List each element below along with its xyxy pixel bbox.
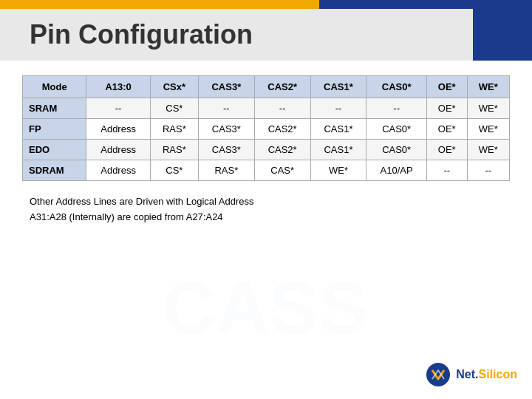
cell-fp-a13: Address [86,119,150,140]
cell-edo-oe: OE* [426,140,467,160]
cell-sram-a13: -- [86,98,150,119]
svg-text:CASS: CASS [163,266,368,349]
cell-sdram-a13: Address [86,160,150,181]
cell-sdram-cas3: RAS* [198,160,254,181]
cell-edo-csx: RAS* [150,140,198,160]
netsilicon-logo-icon [425,361,451,388]
row-mode-edo: EDO [23,140,86,160]
cell-sdram-cas0: A10/AP [366,160,427,181]
watermark: CASS [155,222,377,384]
cell-edo-cas3: CAS3* [198,140,254,160]
top-decorative-bar [0,0,532,9]
row-mode-sdram: SDRAM [23,160,86,181]
table-row: SRAM -- CS* -- -- -- -- OE* WE* [23,98,510,119]
cell-fp-cas1: CAS1* [310,119,366,140]
note-line-2: A31:A28 (Internally) are copied from A27… [30,211,510,222]
cell-fp-we: WE* [467,119,510,140]
page-title: Pin Configuration [30,19,253,50]
col-header-cas3: CAS3* [198,76,254,98]
cell-sram-cas1: -- [310,98,366,119]
cell-sram-we: WE* [467,98,510,119]
table-row: SDRAM Address CS* RAS* CAS* WE* A10/AP -… [23,160,510,181]
cell-edo-a13: Address [86,140,150,160]
cell-sdram-we: -- [467,160,510,181]
cell-sdram-cas2: CAS* [254,160,310,181]
col-header-oe: OE* [426,76,467,98]
cell-edo-cas0: CAS0* [366,140,427,160]
cell-sram-cas0: -- [366,98,427,119]
col-header-cas0: CAS0* [366,76,427,98]
netsilicon-text: Net.Silicon [456,368,517,381]
svg-point-1 [426,363,450,386]
pin-config-table: Mode A13:0 CSx* CAS3* CAS2* CAS1* CAS0* … [22,75,510,181]
table-row: EDO Address RAS* CAS3* CAS2* CAS1* CAS0*… [23,140,510,160]
main-content: CASS Mode A13:0 CSx* CAS3* CAS2* CAS1* C… [0,61,532,399]
cell-sdram-csx: CS* [150,160,198,181]
row-mode-sram: SRAM [23,98,86,119]
cell-sdram-cas1: WE* [310,160,366,181]
notes-section: Other Address Lines are Driven with Logi… [22,196,510,222]
col-header-a13: A13:0 [86,76,150,98]
col-header-we: WE* [467,76,510,98]
cell-sram-csx: CS* [150,98,198,119]
cell-sram-cas3: -- [198,98,254,119]
cell-fp-cas2: CAS2* [254,119,310,140]
row-mode-fp: FP [23,119,86,140]
cell-sram-cas2: -- [254,98,310,119]
netsilicon-logo: Net.Silicon [425,361,517,388]
note-line-1: Other Address Lines are Driven with Logi… [30,196,510,207]
cell-sdram-oe: -- [426,160,467,181]
table-row: FP Address RAS* CAS3* CAS2* CAS1* CAS0* … [23,119,510,140]
table-header-row: Mode A13:0 CSx* CAS3* CAS2* CAS1* CAS0* … [23,76,510,98]
header-deco-rect [473,9,532,61]
col-header-mode: Mode [23,76,86,98]
cell-edo-cas2: CAS2* [254,140,310,160]
cell-fp-cas0: CAS0* [366,119,427,140]
cell-sram-oe: OE* [426,98,467,119]
page-header: Pin Configuration [0,9,532,61]
cell-fp-oe: OE* [426,119,467,140]
col-header-cas2: CAS2* [254,76,310,98]
cell-fp-csx: RAS* [150,119,198,140]
col-header-csx: CSx* [150,76,198,98]
cell-fp-cas3: CAS3* [198,119,254,140]
cell-edo-we: WE* [467,140,510,160]
cell-edo-cas1: CAS1* [310,140,366,160]
col-header-cas1: CAS1* [310,76,366,98]
